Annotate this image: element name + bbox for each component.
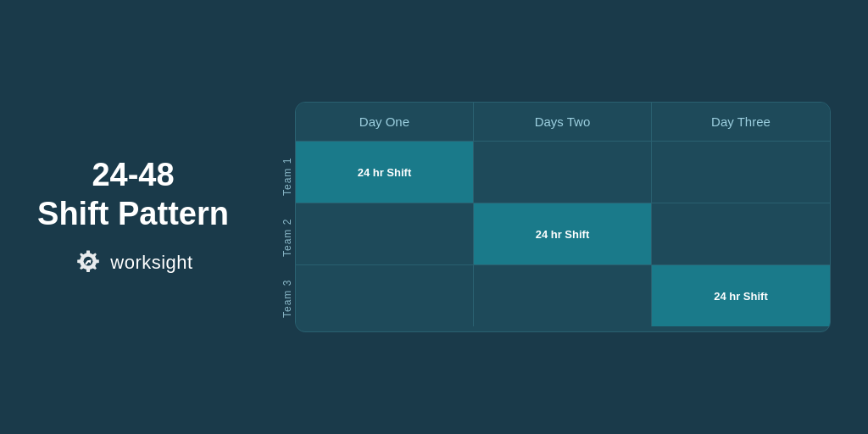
cell-t2-d3 — [652, 203, 830, 264]
shift-label-t1: 24 hr Shift — [358, 166, 412, 179]
title-line2: Shift Pattern — [37, 196, 229, 231]
brand-name: worksight — [110, 252, 192, 274]
cell-t2-d1 — [296, 203, 474, 264]
cell-t1-d3 — [652, 142, 830, 203]
team-label-3: Team 3 — [280, 268, 295, 329]
header-days-two: Days Two — [474, 103, 652, 142]
shift-label-t2: 24 hr Shift — [536, 228, 590, 241]
shift-pattern-title: 24-48 Shift Pattern — [37, 156, 229, 233]
table-row: 24 hr Shift — [296, 265, 830, 326]
shift-label-t3: 24 hr Shift — [714, 290, 768, 303]
table-row: 24 hr Shift — [296, 142, 830, 203]
main-container: 24-48 Shift Pattern worksight Te — [0, 0, 868, 434]
grid-header-row: Day One Days Two Day Three — [296, 103, 830, 142]
team-label-2: Team 2 — [280, 207, 295, 268]
cell-t3-d1 — [296, 265, 474, 326]
team-label-1: Team 1 — [280, 146, 295, 207]
table-row: 24 hr Shift — [296, 203, 830, 265]
brand-row: worksight — [73, 248, 192, 278]
cell-t1-d1: 24 hr Shift — [296, 142, 474, 203]
header-day-one: Day One — [296, 103, 474, 142]
team-labels: Team 1 Team 2 Team 3 — [280, 102, 295, 332]
left-panel: 24-48 Shift Pattern worksight — [37, 156, 229, 277]
grid-body: 24 hr Shift 24 hr Shift — [296, 142, 830, 326]
worksight-icon — [73, 248, 103, 278]
shift-grid: Day One Days Two Day Three 24 hr Shift — [295, 102, 831, 332]
cell-t1-d2 — [474, 142, 652, 203]
title-line1: 24-48 — [92, 157, 174, 192]
right-panel: Team 1 Team 2 Team 3 Day One Days Two Da… — [280, 102, 831, 332]
cell-t3-d3: 24 hr Shift — [652, 265, 830, 326]
cell-t2-d2: 24 hr Shift — [474, 203, 652, 264]
cell-t3-d2 — [474, 265, 652, 326]
label-spacer — [280, 102, 295, 146]
header-day-three: Day Three — [652, 103, 830, 142]
